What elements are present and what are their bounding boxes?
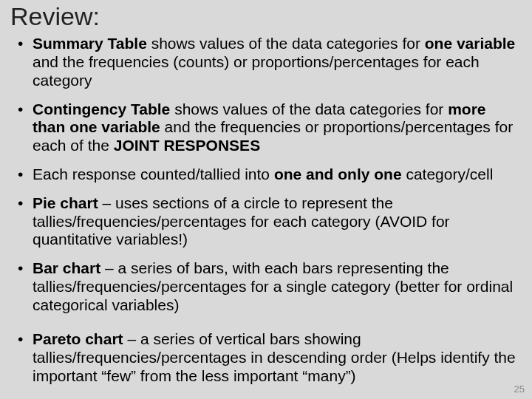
- bold-text: Contingency Table: [33, 100, 170, 117]
- list-item: Summary Table shows values of the data c…: [16, 35, 516, 89]
- text: and the frequencies (counts) or proporti…: [33, 53, 480, 89]
- bold-text: JOINT RESPONSES: [114, 137, 260, 154]
- list-item: Pareto chart – a series of vertical bars…: [16, 330, 516, 385]
- bold-text: Summary Table: [33, 35, 147, 52]
- slide-title: Review:: [0, 0, 532, 35]
- bullet-list: Summary Table shows values of the data c…: [0, 35, 532, 385]
- bold-text: Pareto chart: [33, 330, 123, 347]
- bold-text: one variable: [425, 35, 516, 52]
- list-item: Contingency Table shows values of the da…: [16, 100, 516, 155]
- text: – a series of bars, with each bars repre…: [33, 259, 513, 313]
- bold-text: one and only one: [274, 166, 402, 183]
- list-item: Bar chart – a series of bars, with each …: [16, 259, 516, 314]
- bold-text: Bar chart: [33, 259, 100, 276]
- bold-text: Pie chart: [33, 194, 98, 211]
- list-item: Each response counted/tallied into one a…: [16, 166, 516, 184]
- page-number: 25: [514, 383, 525, 395]
- text: shows values of the data categories for: [147, 35, 425, 52]
- text: shows values of the data categories for: [170, 100, 448, 117]
- slide: Review: Summary Table shows values of th…: [0, 0, 532, 399]
- text: Each response counted/tallied into: [33, 166, 274, 183]
- list-item: Pie chart – uses sections of a circle to…: [16, 194, 516, 249]
- text: category/cell: [402, 166, 494, 183]
